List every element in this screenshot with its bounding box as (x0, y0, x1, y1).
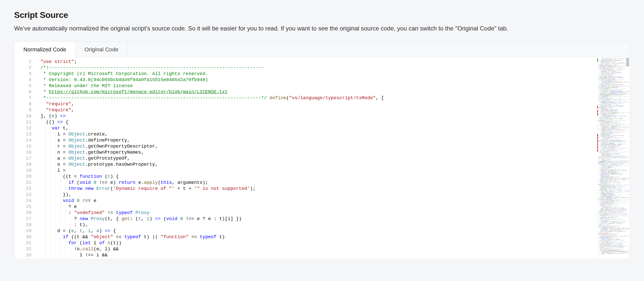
svg-rect-621 (600, 153, 602, 153)
code-line[interactable]: }), (41, 192, 597, 198)
svg-rect-568 (601, 145, 607, 146)
svg-rect-354 (621, 113, 625, 113)
code-line[interactable]: *---------------------------------------… (41, 95, 597, 101)
svg-rect-986 (610, 208, 616, 208)
svg-rect-350 (612, 112, 616, 113)
code-line[interactable]: * Version: 0.43.0(94c055bcbdd49f04a0fa15… (41, 77, 597, 83)
code-line[interactable]: s = Object.defineProperty, (41, 137, 597, 144)
code-line[interactable]: (() => { (41, 119, 597, 125)
code-line[interactable]: /*!-------------------------------------… (41, 65, 597, 71)
svg-rect-563 (618, 144, 623, 145)
svg-rect-310 (613, 106, 615, 106)
svg-rect-19 (615, 61, 620, 61)
code-line[interactable]: r = Object.getOwnPropertyDescriptor, (41, 144, 597, 150)
svg-rect-210 (613, 90, 616, 90)
svg-rect-159 (616, 82, 623, 83)
code-line[interactable]: var t, (41, 125, 597, 131)
svg-rect-1073 (620, 221, 625, 221)
svg-rect-223 (600, 92, 608, 92)
code-editor[interactable]: 1234567891011121314151617181920212223242… (14, 57, 630, 259)
code-line[interactable]: n = Object.getOwnPropertyNames, (41, 150, 597, 156)
code-line[interactable]: l !== i && (41, 252, 597, 258)
svg-rect-895 (601, 194, 609, 194)
svg-rect-903 (603, 195, 611, 196)
svg-rect-317 (602, 107, 609, 107)
minimap[interactable] (597, 57, 630, 259)
svg-rect-1204 (601, 242, 606, 242)
code-line[interactable]: l = (41, 168, 597, 174)
code-line[interactable]: for (let l of n(t)) (41, 240, 597, 246)
code-line[interactable]: * https://github.com/microsoft/monaco-ed… (41, 89, 597, 95)
svg-rect-1262 (604, 251, 608, 251)
svg-rect-1082 (600, 223, 605, 223)
code-line[interactable]: d = (e, t, i, a) => { (41, 228, 597, 234)
svg-rect-488 (610, 133, 614, 133)
svg-rect-1021 (607, 213, 612, 213)
svg-rect-42 (623, 64, 626, 64)
svg-rect-401 (607, 120, 610, 121)
svg-rect-589 (618, 148, 620, 149)
code-line[interactable]: ? e (41, 204, 597, 210)
code-line[interactable]: if ((t && "object" == typeof t) || "func… (41, 234, 597, 240)
svg-rect-1247 (611, 248, 615, 248)
svg-rect-44 (604, 64, 608, 64)
code-line[interactable]: : t), (41, 222, 597, 228)
minimap-scrollbar[interactable] (626, 58, 629, 66)
svg-rect-874 (626, 190, 629, 190)
svg-rect-993 (600, 209, 604, 209)
svg-rect-134 (607, 79, 611, 79)
svg-rect-739 (613, 170, 620, 171)
code-line[interactable]: o = Object.prototype.hasOwnProperty, (41, 162, 597, 168)
svg-rect-1207 (619, 242, 626, 242)
code-line[interactable]: * Copyright (c) Microsoft Corporation. A… (41, 71, 597, 77)
svg-rect-264 (598, 98, 605, 98)
svg-rect-1279 (600, 253, 607, 253)
svg-rect-12 (600, 60, 603, 60)
svg-rect-2 (617, 58, 623, 59)
code-line[interactable]: "require", (41, 101, 597, 107)
svg-rect-1014 (617, 212, 622, 212)
svg-rect-660 (605, 159, 613, 159)
code-line[interactable]: throw new Error('Dynamic require of "' +… (41, 186, 597, 192)
tab-original-code[interactable]: Original Code (75, 42, 128, 57)
svg-rect-656 (621, 158, 629, 158)
code-line[interactable]: ((t = function (t) { (41, 174, 597, 180)
code-line[interactable]: !o.call(e, l) && (41, 246, 597, 252)
svg-rect-601 (607, 150, 610, 150)
svg-rect-1195 (600, 241, 602, 241)
svg-rect-254 (605, 96, 612, 96)
svg-rect-502 (607, 135, 611, 136)
svg-rect-1214 (598, 244, 603, 244)
svg-rect-17 (601, 61, 608, 61)
svg-rect-971 (609, 205, 613, 205)
svg-rect-937 (617, 200, 622, 200)
code-line[interactable]: "require", (41, 107, 597, 113)
svg-rect-525 (602, 139, 604, 139)
code-line[interactable]: ? new Proxy(t, { get: (t, i) => (void 0 … (41, 216, 597, 222)
svg-rect-262 (600, 97, 601, 97)
code-line[interactable]: if (void 0 !== e) return e.apply(this, a… (41, 180, 597, 186)
svg-rect-439 (604, 126, 610, 126)
svg-rect-938 (623, 200, 629, 200)
code-content[interactable]: "use strict";/*!------------------------… (36, 57, 597, 259)
svg-rect-520 (602, 138, 603, 138)
svg-rect-947 (616, 201, 617, 201)
svg-rect-1018 (616, 212, 623, 213)
code-line[interactable]: * Released under the MIT license (41, 83, 597, 89)
code-line[interactable]: "use strict"; (41, 59, 597, 65)
svg-rect-1045 (621, 216, 626, 216)
code-line[interactable]: i = Object.create, (41, 131, 597, 137)
code-line[interactable]: ], (e) => (41, 113, 597, 119)
svg-rect-77 (598, 69, 603, 69)
svg-rect-1276 (611, 252, 614, 252)
svg-rect-1199 (612, 241, 617, 241)
code-line[interactable]: : "undefined" != typeof Proxy (41, 210, 597, 216)
code-line[interactable]: a = Object.getPrototypeOf, (41, 156, 597, 162)
svg-rect-884 (605, 192, 610, 192)
svg-rect-560 (601, 144, 606, 145)
tab-normalized-code[interactable]: Normalized Code (14, 42, 75, 57)
svg-rect-1256 (608, 250, 614, 250)
svg-rect-297 (601, 103, 608, 104)
svg-rect-346 (606, 112, 613, 112)
code-line[interactable]: void 0 !== e (41, 198, 597, 204)
